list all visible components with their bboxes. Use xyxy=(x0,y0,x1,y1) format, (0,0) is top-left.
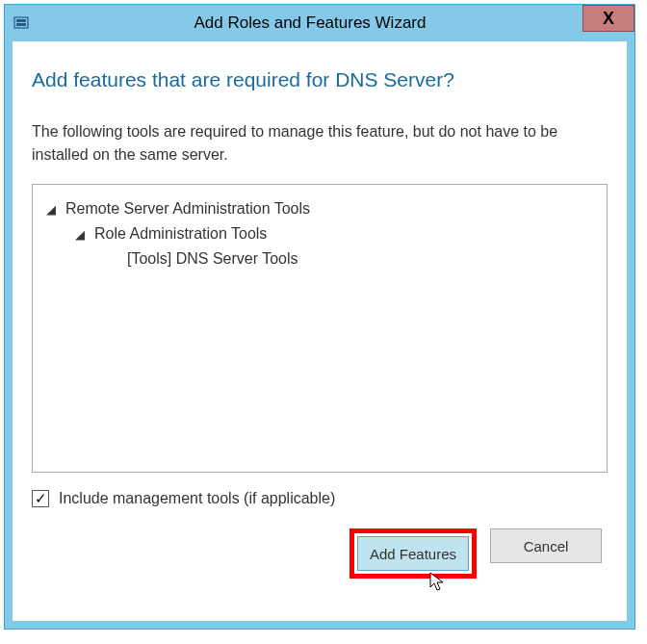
tree-label: Remote Server Administration Tools xyxy=(65,200,310,218)
tree-label: Role Administration Tools xyxy=(94,225,267,243)
include-tools-row: ✓ Include management tools (if applicabl… xyxy=(32,490,608,507)
server-manager-icon xyxy=(13,13,32,33)
dialog-buttons: Add Features Cancel xyxy=(32,528,608,579)
tree-item-remote-admin[interactable]: ◢ Remote Server Administration Tools xyxy=(42,196,597,221)
window-title: Add Roles and Features Wizard xyxy=(32,13,588,33)
features-tree: ◢ Remote Server Administration Tools ◢ R… xyxy=(32,184,608,473)
svg-rect-2 xyxy=(16,23,26,26)
svg-rect-0 xyxy=(14,17,28,28)
titlebar: Add Roles and Features Wizard X xyxy=(5,5,634,41)
highlight-annotation: Add Features xyxy=(349,528,477,579)
dialog-heading: Add features that are required for DNS S… xyxy=(32,68,608,91)
tree-item-role-admin[interactable]: ◢ Role Administration Tools xyxy=(42,221,597,246)
expand-toggle-icon[interactable]: ◢ xyxy=(46,202,60,217)
dialog-window: Add Roles and Features Wizard X Add feat… xyxy=(4,4,635,630)
tree-item-dns-tools[interactable]: [Tools] DNS Server Tools xyxy=(42,246,597,271)
cursor-icon xyxy=(429,572,447,597)
cancel-button[interactable]: Cancel xyxy=(490,528,602,563)
svg-rect-1 xyxy=(16,19,26,22)
dialog-description: The following tools are required to mana… xyxy=(32,120,608,167)
add-features-button[interactable]: Add Features xyxy=(357,536,469,571)
close-button[interactable]: X xyxy=(582,5,634,32)
include-tools-label: Include management tools (if applicable) xyxy=(59,490,335,507)
tree-label: [Tools] DNS Server Tools xyxy=(127,250,298,268)
expand-toggle-icon[interactable]: ◢ xyxy=(75,227,89,242)
dialog-content: Add features that are required for DNS S… xyxy=(5,41,634,629)
include-tools-checkbox[interactable]: ✓ xyxy=(32,490,49,507)
